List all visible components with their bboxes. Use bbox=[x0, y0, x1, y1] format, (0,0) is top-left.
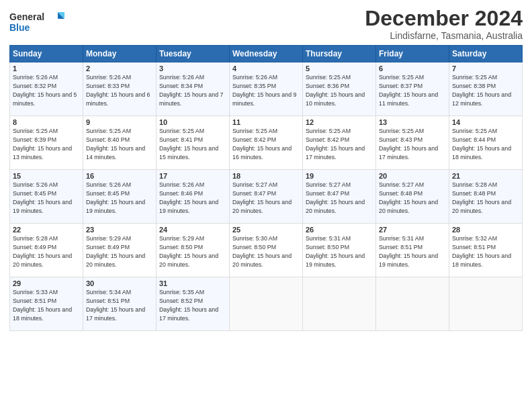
day-number: 29 bbox=[13, 279, 80, 287]
day-detail: Sunrise: 5:32 AMSunset: 8:51 PMDaylight:… bbox=[452, 235, 511, 268]
calendar-cell: 25 Sunrise: 5:30 AMSunset: 8:50 PMDaylig… bbox=[230, 224, 303, 277]
day-number: 7 bbox=[452, 64, 519, 73]
day-detail: Sunrise: 5:26 AMSunset: 8:33 PMDaylight:… bbox=[86, 74, 150, 107]
day-detail: Sunrise: 5:25 AMSunset: 8:42 PMDaylight:… bbox=[232, 128, 292, 161]
calendar-week-2: 8 Sunrise: 5:25 AMSunset: 8:39 PMDayligh… bbox=[10, 116, 523, 170]
day-detail: Sunrise: 5:31 AMSunset: 8:51 PMDaylight:… bbox=[379, 235, 438, 268]
title-block: December 2024 Lindisfarne, Tasmania, Aus… bbox=[365, 7, 523, 41]
day-number: 28 bbox=[452, 226, 519, 234]
day-number: 10 bbox=[159, 118, 226, 126]
main-container: GeneralBlue December 2024 Lindisfarne, T… bbox=[0, 0, 532, 335]
calendar-cell: 2 Sunrise: 5:26 AMSunset: 8:33 PMDayligh… bbox=[83, 62, 157, 116]
calendar-cell: 19 Sunrise: 5:27 AMSunset: 8:47 PMDaylig… bbox=[303, 170, 376, 224]
day-detail: Sunrise: 5:25 AMSunset: 8:43 PMDaylight:… bbox=[379, 128, 438, 161]
calendar-cell bbox=[449, 277, 523, 331]
svg-text:General: General bbox=[9, 11, 44, 22]
col-header-tuesday: Tuesday bbox=[157, 46, 230, 62]
day-number: 23 bbox=[86, 226, 153, 234]
day-number: 14 bbox=[452, 118, 519, 126]
day-detail: Sunrise: 5:28 AMSunset: 8:48 PMDaylight:… bbox=[452, 181, 511, 214]
calendar-cell: 14 Sunrise: 5:25 AMSunset: 8:44 PMDaylig… bbox=[449, 116, 523, 170]
day-detail: Sunrise: 5:25 AMSunset: 8:41 PMDaylight:… bbox=[159, 128, 218, 161]
calendar-cell: 30 Sunrise: 5:34 AMSunset: 8:51 PMDaylig… bbox=[83, 277, 157, 331]
calendar-cell: 12 Sunrise: 5:25 AMSunset: 8:42 PMDaylig… bbox=[303, 116, 376, 170]
day-detail: Sunrise: 5:25 AMSunset: 8:38 PMDaylight:… bbox=[452, 74, 511, 107]
day-detail: Sunrise: 5:29 AMSunset: 8:50 PMDaylight:… bbox=[159, 235, 218, 268]
calendar-cell: 5 Sunrise: 5:25 AMSunset: 8:36 PMDayligh… bbox=[303, 62, 376, 116]
calendar-cell: 4 Sunrise: 5:26 AMSunset: 8:35 PMDayligh… bbox=[230, 62, 303, 116]
day-detail: Sunrise: 5:25 AMSunset: 8:39 PMDaylight:… bbox=[13, 128, 72, 161]
col-header-wednesday: Wednesday bbox=[230, 46, 303, 62]
day-number: 17 bbox=[159, 172, 226, 180]
calendar-cell: 7 Sunrise: 5:25 AMSunset: 8:38 PMDayligh… bbox=[449, 62, 523, 116]
day-number: 8 bbox=[13, 118, 80, 126]
calendar-cell: 23 Sunrise: 5:29 AMSunset: 8:49 PMDaylig… bbox=[83, 224, 157, 277]
calendar-cell bbox=[303, 277, 376, 331]
calendar-cell: 22 Sunrise: 5:28 AMSunset: 8:49 PMDaylig… bbox=[10, 224, 83, 277]
day-number: 13 bbox=[379, 118, 446, 126]
day-detail: Sunrise: 5:25 AMSunset: 8:44 PMDaylight:… bbox=[452, 128, 511, 161]
calendar-cell: 6 Sunrise: 5:25 AMSunset: 8:37 PMDayligh… bbox=[376, 62, 449, 116]
calendar-table: SundayMondayTuesdayWednesdayThursdayFrid… bbox=[9, 45, 523, 331]
day-number: 2 bbox=[86, 64, 153, 73]
calendar-cell: 8 Sunrise: 5:25 AMSunset: 8:39 PMDayligh… bbox=[10, 116, 83, 170]
svg-text:Blue: Blue bbox=[9, 22, 30, 33]
logo-svg: GeneralBlue bbox=[9, 9, 70, 36]
day-detail: Sunrise: 5:26 AMSunset: 8:45 PMDaylight:… bbox=[13, 181, 72, 214]
day-number: 26 bbox=[306, 226, 373, 234]
calendar-week-3: 15 Sunrise: 5:26 AMSunset: 8:45 PMDaylig… bbox=[10, 170, 523, 224]
day-detail: Sunrise: 5:35 AMSunset: 8:52 PMDaylight:… bbox=[159, 289, 218, 322]
day-number: 18 bbox=[232, 172, 300, 180]
calendar-cell: 20 Sunrise: 5:27 AMSunset: 8:48 PMDaylig… bbox=[376, 170, 449, 224]
day-detail: Sunrise: 5:26 AMSunset: 8:46 PMDaylight:… bbox=[159, 181, 218, 214]
calendar-cell: 28 Sunrise: 5:32 AMSunset: 8:51 PMDaylig… bbox=[449, 224, 523, 277]
calendar-cell: 11 Sunrise: 5:25 AMSunset: 8:42 PMDaylig… bbox=[230, 116, 303, 170]
col-header-thursday: Thursday bbox=[303, 46, 376, 62]
calendar-cell: 16 Sunrise: 5:26 AMSunset: 8:45 PMDaylig… bbox=[83, 170, 157, 224]
calendar-week-5: 29 Sunrise: 5:33 AMSunset: 8:51 PMDaylig… bbox=[10, 277, 523, 331]
logo: GeneralBlue bbox=[9, 9, 70, 36]
day-detail: Sunrise: 5:25 AMSunset: 8:40 PMDaylight:… bbox=[86, 128, 145, 161]
col-header-saturday: Saturday bbox=[449, 46, 523, 62]
location-title: Lindisfarne, Tasmania, Australia bbox=[365, 30, 523, 41]
day-number: 15 bbox=[13, 172, 80, 180]
day-detail: Sunrise: 5:33 AMSunset: 8:51 PMDaylight:… bbox=[13, 289, 72, 322]
col-header-friday: Friday bbox=[376, 46, 449, 62]
col-header-sunday: Sunday bbox=[10, 46, 83, 62]
day-number: 3 bbox=[159, 64, 226, 73]
day-detail: Sunrise: 5:31 AMSunset: 8:50 PMDaylight:… bbox=[306, 235, 365, 268]
day-number: 19 bbox=[306, 172, 373, 180]
day-number: 5 bbox=[306, 64, 373, 73]
day-number: 20 bbox=[379, 172, 446, 180]
day-detail: Sunrise: 5:26 AMSunset: 8:34 PMDaylight:… bbox=[159, 74, 223, 107]
day-number: 25 bbox=[232, 226, 300, 234]
calendar-cell: 29 Sunrise: 5:33 AMSunset: 8:51 PMDaylig… bbox=[10, 277, 83, 331]
day-number: 6 bbox=[379, 64, 446, 73]
calendar-cell: 1 Sunrise: 5:26 AMSunset: 8:32 PMDayligh… bbox=[10, 62, 83, 116]
day-number: 12 bbox=[306, 118, 373, 126]
day-number: 4 bbox=[232, 64, 300, 73]
day-detail: Sunrise: 5:27 AMSunset: 8:47 PMDaylight:… bbox=[306, 181, 365, 214]
day-number: 22 bbox=[13, 226, 80, 234]
day-detail: Sunrise: 5:34 AMSunset: 8:51 PMDaylight:… bbox=[86, 289, 145, 322]
calendar-cell: 26 Sunrise: 5:31 AMSunset: 8:50 PMDaylig… bbox=[303, 224, 376, 277]
day-number: 27 bbox=[379, 226, 446, 234]
day-number: 9 bbox=[86, 118, 153, 126]
calendar-week-1: 1 Sunrise: 5:26 AMSunset: 8:32 PMDayligh… bbox=[10, 62, 523, 116]
day-number: 16 bbox=[86, 172, 153, 180]
calendar-cell bbox=[376, 277, 449, 331]
month-title: December 2024 bbox=[365, 7, 523, 30]
col-header-monday: Monday bbox=[83, 46, 157, 62]
day-number: 21 bbox=[452, 172, 519, 180]
day-detail: Sunrise: 5:27 AMSunset: 8:48 PMDaylight:… bbox=[379, 181, 438, 214]
day-number: 31 bbox=[159, 279, 226, 287]
day-detail: Sunrise: 5:26 AMSunset: 8:32 PMDaylight:… bbox=[13, 74, 77, 107]
calendar-cell: 31 Sunrise: 5:35 AMSunset: 8:52 PMDaylig… bbox=[157, 277, 230, 331]
day-detail: Sunrise: 5:30 AMSunset: 8:50 PMDaylight:… bbox=[232, 235, 292, 268]
calendar-cell: 17 Sunrise: 5:26 AMSunset: 8:46 PMDaylig… bbox=[157, 170, 230, 224]
day-number: 11 bbox=[232, 118, 300, 126]
calendar-cell: 27 Sunrise: 5:31 AMSunset: 8:51 PMDaylig… bbox=[376, 224, 449, 277]
calendar-cell: 24 Sunrise: 5:29 AMSunset: 8:50 PMDaylig… bbox=[157, 224, 230, 277]
day-detail: Sunrise: 5:26 AMSunset: 8:45 PMDaylight:… bbox=[86, 181, 145, 214]
day-detail: Sunrise: 5:26 AMSunset: 8:35 PMDaylight:… bbox=[232, 74, 296, 107]
